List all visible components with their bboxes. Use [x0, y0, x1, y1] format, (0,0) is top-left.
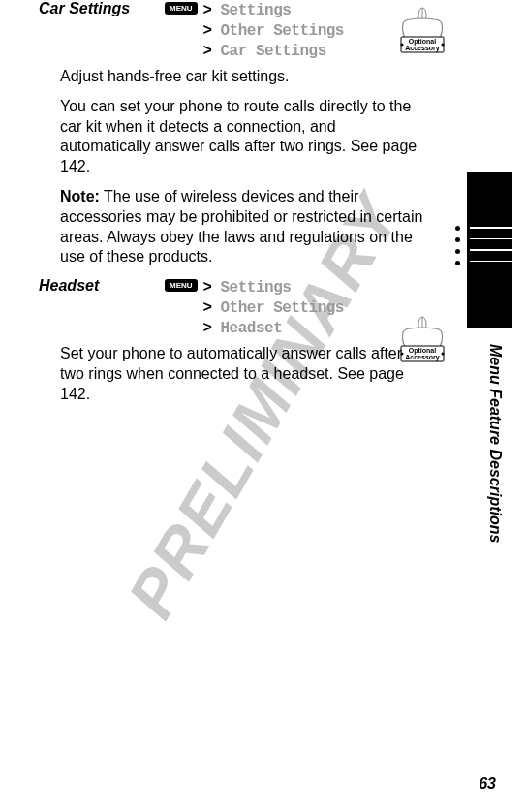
car-settings-body2: You can set your phone to route calls di… — [60, 97, 428, 177]
path-item: Settings — [221, 2, 292, 19]
path-item: Headset — [221, 320, 283, 337]
headset-body1: Set your phone to automatically answer c… — [60, 344, 428, 404]
menu-key-icon: MENU — [165, 2, 198, 15]
headset-header: Headset MENU > Settings > Other Settings… — [39, 277, 454, 338]
page-number: 63 — [479, 775, 496, 793]
note-body: The use of wireless devices and their ac… — [60, 188, 422, 265]
car-settings-header: Car Settings MENU > Settings > Other Set… — [39, 0, 454, 61]
menu-key-icon: MENU — [165, 279, 198, 292]
path-item: Car Settings — [221, 43, 326, 60]
car-settings-body1: Adjust hands-free car kit settings. — [60, 67, 428, 87]
headset-section: Headset MENU > Settings > Other Settings… — [39, 277, 454, 404]
path-item: Other Settings — [221, 22, 344, 40]
path-item: Other Settings — [221, 299, 344, 317]
headset-path: > Settings > Other Settings > Headset — [203, 277, 344, 338]
car-settings-path: > Settings > Other Settings > Car Settin… — [203, 0, 344, 61]
note-label: Note: — [60, 188, 100, 204]
car-settings-note: Note: The use of wireless devices and th… — [60, 187, 428, 267]
car-settings-title: Car Settings — [39, 0, 165, 17]
page-content: Car Settings MENU > Settings > Other Set… — [0, 0, 527, 405]
headset-title: Headset — [39, 277, 165, 295]
car-settings-section: Car Settings MENU > Settings > Other Set… — [39, 0, 454, 267]
path-item: Settings — [221, 279, 292, 297]
